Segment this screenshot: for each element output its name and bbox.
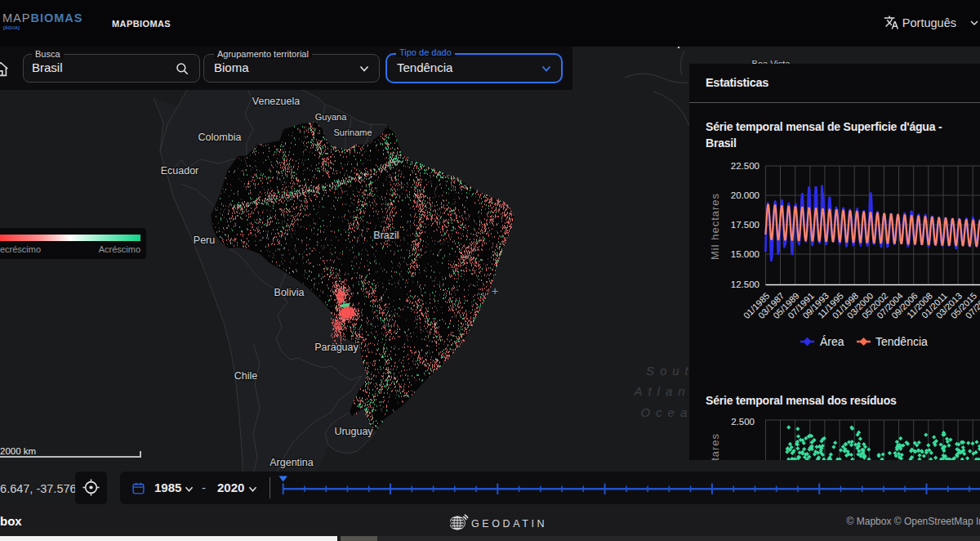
svg-text:Argentina: Argentina — [270, 457, 314, 468]
svg-text:Bolivia: Bolivia — [274, 287, 305, 298]
svg-text:Brazil: Brazil — [373, 230, 399, 241]
svg-text:Suriname: Suriname — [333, 127, 372, 137]
svg-text:+: + — [492, 284, 498, 297]
svg-text:2.500: 2.500 — [731, 417, 755, 427]
svg-text:Venezuela: Venezuela — [252, 96, 300, 107]
svg-text:Paraguay: Paraguay — [314, 342, 359, 353]
svg-text:Colombia: Colombia — [198, 132, 242, 143]
svg-text:Uruguay: Uruguay — [334, 426, 373, 437]
svg-text:Guyana: Guyana — [315, 112, 347, 122]
svg-text:Chile: Chile — [234, 370, 258, 382]
svg-text:Mil hectares: Mil hectares — [709, 433, 721, 460]
svg-text:Ecuador: Ecuador — [161, 165, 199, 177]
svg-text:Peru: Peru — [194, 235, 215, 246]
